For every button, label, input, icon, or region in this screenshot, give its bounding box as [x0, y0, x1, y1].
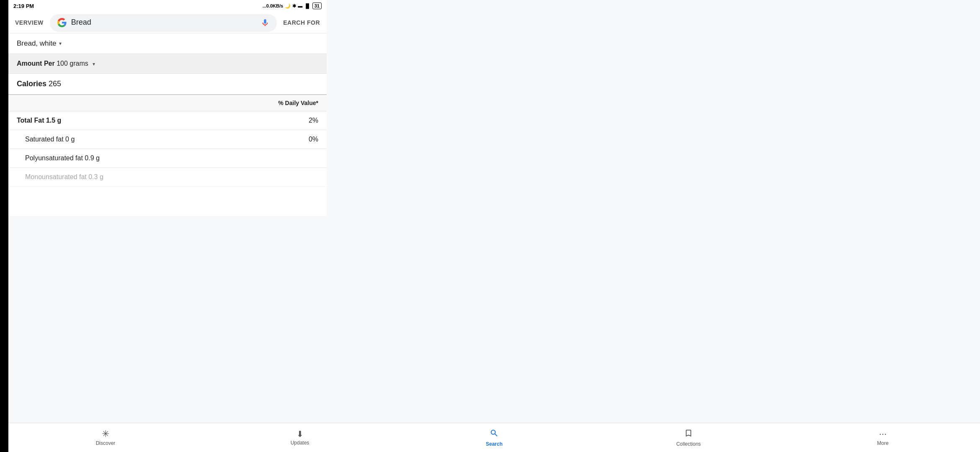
- total-fat-row: Total Fat 1.5 g 2%: [8, 111, 327, 130]
- google-logo: [57, 18, 67, 28]
- food-name: Bread, white: [17, 39, 57, 48]
- battery-icon: ▬: [298, 3, 302, 8]
- search-for-label: EARCH FOR: [280, 19, 323, 26]
- food-name-row[interactable]: Bread, white ▾: [8, 33, 327, 54]
- search-input-text[interactable]: Bread: [71, 18, 256, 27]
- signal-icon: ▐▌: [304, 3, 311, 8]
- polyunsaturated-fat-name: Polyunsaturated fat 0.9 g: [25, 154, 100, 162]
- top-nav: VERVIEW Bread EARCH FOR: [8, 12, 327, 33]
- total-fat-pct: 2%: [309, 117, 318, 124]
- mic-icon[interactable]: [260, 18, 270, 27]
- monounsaturated-fat-row: Monounsaturated fat 0.3 g: [8, 168, 327, 187]
- status-bar: 2:19 PM ...0.0KB/s 🌙 ✱ ▬ ▐▌ 31: [8, 0, 327, 12]
- moon-icon: 🌙: [285, 3, 291, 9]
- saturated-fat-name: Saturated fat 0 g: [25, 136, 75, 143]
- amount-label: Amount Per 100 grams ▾: [17, 60, 95, 67]
- calories-value: 265: [49, 80, 61, 88]
- black-sidebar: [0, 0, 8, 216]
- bluetooth-icon: ✱: [292, 3, 296, 9]
- calories-row: Calories 265: [8, 74, 327, 95]
- battery-percent: 31: [312, 3, 322, 8]
- search-bar[interactable]: Bread: [50, 14, 276, 31]
- polyunsaturated-fat-row: Polyunsaturated fat 0.9 g: [8, 149, 327, 168]
- total-fat-name: Total Fat 1.5 g: [17, 117, 61, 124]
- amount-dropdown-arrow[interactable]: ▾: [93, 61, 95, 67]
- status-time: 2:19 PM: [13, 3, 34, 9]
- overview-label: VERVIEW: [12, 19, 47, 26]
- calories-label: Calories 265: [17, 80, 61, 88]
- daily-value-header: % Daily Value*: [8, 95, 327, 111]
- amount-row[interactable]: Amount Per 100 grams ▾: [8, 54, 327, 74]
- monounsaturated-fat-name: Monounsaturated fat 0.3 g: [25, 173, 103, 181]
- status-icons: ...0.0KB/s 🌙 ✱ ▬ ▐▌ 31: [263, 3, 322, 9]
- saturated-fat-pct: 0%: [309, 136, 318, 143]
- nutrition-panel: Bread, white ▾ Amount Per 100 grams ▾ Ca…: [8, 33, 327, 187]
- food-dropdown-arrow[interactable]: ▾: [59, 41, 62, 46]
- saturated-fat-row: Saturated fat 0 g 0%: [8, 130, 327, 149]
- daily-value-text: % Daily Value*: [278, 100, 318, 106]
- network-speed: ...0.0KB/s: [263, 3, 284, 8]
